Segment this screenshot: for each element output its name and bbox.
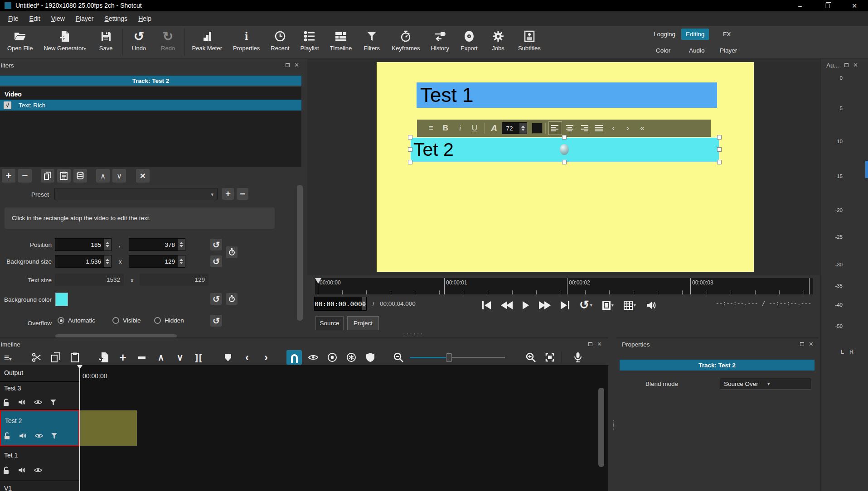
mute-icon[interactable] xyxy=(18,399,26,406)
jobs-button[interactable]: Jobs xyxy=(484,26,513,58)
timeline-menu-button[interactable]: ≡▾ xyxy=(0,350,15,365)
text-color-swatch[interactable] xyxy=(532,123,543,134)
layout-color-button[interactable]: Color xyxy=(651,45,675,56)
close-panel-icon[interactable]: ✕ xyxy=(597,342,602,346)
mute-icon[interactable] xyxy=(18,467,26,474)
open-file-button[interactable]: Open File xyxy=(2,26,38,58)
layout-player-button[interactable]: Player xyxy=(715,45,742,56)
ripple-markers-button[interactable] xyxy=(363,350,378,365)
close-panel-icon[interactable]: ✕ xyxy=(809,342,814,346)
overwrite-button[interactable]: ∨ xyxy=(172,350,188,365)
menu-edit[interactable]: Edit xyxy=(24,13,46,24)
lift-button[interactable]: ∧ xyxy=(153,350,169,365)
track-head-v1[interactable]: V1 xyxy=(0,481,79,491)
lock-open-icon[interactable] xyxy=(3,398,10,406)
blend-mode-combo[interactable]: Source Over xyxy=(720,378,811,390)
layout-audio-button[interactable]: Audio xyxy=(684,45,709,56)
undo-button[interactable]: Undo xyxy=(125,26,154,58)
overflow-hidden-option[interactable]: Hidden xyxy=(154,317,184,324)
resize-handle-w[interactable] xyxy=(408,147,412,152)
record-audio-button[interactable] xyxy=(570,350,586,365)
tab-project[interactable]: Project xyxy=(347,316,379,330)
resize-handle-sw[interactable] xyxy=(408,160,412,164)
menu-player[interactable]: Player xyxy=(70,13,99,24)
resize-handle-se[interactable] xyxy=(717,160,722,164)
position-keyframes-button[interactable] xyxy=(226,246,238,258)
background-color-swatch[interactable] xyxy=(55,293,68,306)
redo-button[interactable]: Redo xyxy=(154,26,183,58)
add-filter-button[interactable]: + xyxy=(2,169,15,183)
snap-button[interactable] xyxy=(286,350,302,365)
loop-button[interactable]: ▾ xyxy=(577,296,594,314)
zoom-fit-player-button[interactable]: ▾ xyxy=(601,299,616,312)
timeline-playhead-top[interactable] xyxy=(77,365,82,369)
scrub-while-dragging-button[interactable] xyxy=(305,350,321,365)
timeline-zoom-slider[interactable] xyxy=(410,357,505,358)
new-generator-button[interactable]: New Generator▾ xyxy=(38,26,91,58)
mute-icon[interactable] xyxy=(19,432,27,439)
tab-source[interactable]: Source xyxy=(315,316,344,330)
splitter-handle[interactable]: ······ xyxy=(403,330,424,337)
panel-splitter-handle[interactable]: ⋮⋮ xyxy=(610,421,617,428)
peak-meter-button[interactable]: Peak Meter xyxy=(187,26,228,58)
align-center-button[interactable] xyxy=(563,121,577,135)
float-panel-icon[interactable] xyxy=(844,63,849,67)
increase-indent-button[interactable] xyxy=(621,121,635,135)
position-reset-button[interactable] xyxy=(210,239,222,250)
collapse-toolbar-button[interactable] xyxy=(635,121,649,135)
restore-button[interactable] xyxy=(814,0,841,11)
save-button[interactable]: Save xyxy=(92,26,121,58)
align-left-button[interactable] xyxy=(548,121,562,135)
filter-sets-button[interactable] xyxy=(73,169,87,183)
properties-button[interactable]: i Properties xyxy=(228,26,265,58)
filter-row-text-rich[interactable]: Text: Rich xyxy=(0,100,301,111)
spinner-arrows[interactable] xyxy=(519,123,527,134)
font-size-field[interactable]: 72 xyxy=(502,122,527,134)
volume-button[interactable] xyxy=(644,298,659,312)
previous-marker-button[interactable]: ‹ xyxy=(239,350,255,365)
move-filter-down-button[interactable]: ∨ xyxy=(112,169,126,183)
move-grip[interactable] xyxy=(560,144,569,155)
close-panel-icon[interactable]: ✕ xyxy=(294,63,299,67)
timeline-button[interactable]: Timeline xyxy=(325,26,358,58)
hide-icon[interactable] xyxy=(34,467,43,473)
rewind-button[interactable] xyxy=(499,299,514,311)
underline-button[interactable] xyxy=(468,121,481,135)
ripple-delete-button[interactable] xyxy=(134,350,150,365)
export-button[interactable]: Export xyxy=(455,26,484,58)
zoom-slider-handle[interactable] xyxy=(446,353,452,362)
position-y-field[interactable]: 378 xyxy=(129,238,185,251)
history-button[interactable]: History xyxy=(425,26,454,58)
background-size-reset-button[interactable] xyxy=(210,255,222,267)
timeline-zoom-out-button[interactable] xyxy=(391,350,406,365)
float-panel-icon[interactable] xyxy=(588,342,592,346)
playlist-button[interactable]: Playlist xyxy=(295,26,325,58)
layout-logging-button[interactable]: Logging xyxy=(649,29,680,40)
track-head-tet1[interactable]: Tet 1 xyxy=(0,446,79,481)
paste-button[interactable] xyxy=(67,350,82,365)
fast-forward-button[interactable] xyxy=(537,299,553,311)
hide-icon[interactable] xyxy=(34,433,44,439)
cut-button[interactable] xyxy=(29,350,44,365)
timeline-playhead[interactable] xyxy=(79,365,80,491)
player-playhead[interactable] xyxy=(315,278,321,284)
resize-handle-s[interactable] xyxy=(562,160,567,164)
subtitles-button[interactable]: Subtitles xyxy=(513,26,546,58)
resize-handle-nw[interactable] xyxy=(408,135,412,140)
decrease-indent-button[interactable] xyxy=(606,121,620,135)
background-size-h-field[interactable]: 129 xyxy=(129,255,185,268)
track-head-test3[interactable]: Test 3 xyxy=(0,382,79,410)
float-panel-icon[interactable] xyxy=(286,63,290,67)
deselect-filter-button[interactable]: × xyxy=(136,169,150,183)
resize-handle-e[interactable] xyxy=(717,147,722,152)
font-button[interactable] xyxy=(487,121,501,135)
menu-view[interactable]: View xyxy=(46,13,70,24)
timeline-zoom-fit-button[interactable] xyxy=(542,350,558,365)
float-panel-icon[interactable] xyxy=(800,342,804,346)
track-head-output[interactable]: Output xyxy=(0,365,79,382)
preset-combo[interactable] xyxy=(54,188,218,200)
spinner-arrows[interactable] xyxy=(104,255,111,267)
layout-editing-button[interactable]: Editing xyxy=(681,29,709,40)
overwrite-plus-button[interactable]: + xyxy=(115,350,131,365)
overflow-visible-option[interactable]: Visible xyxy=(112,317,141,324)
